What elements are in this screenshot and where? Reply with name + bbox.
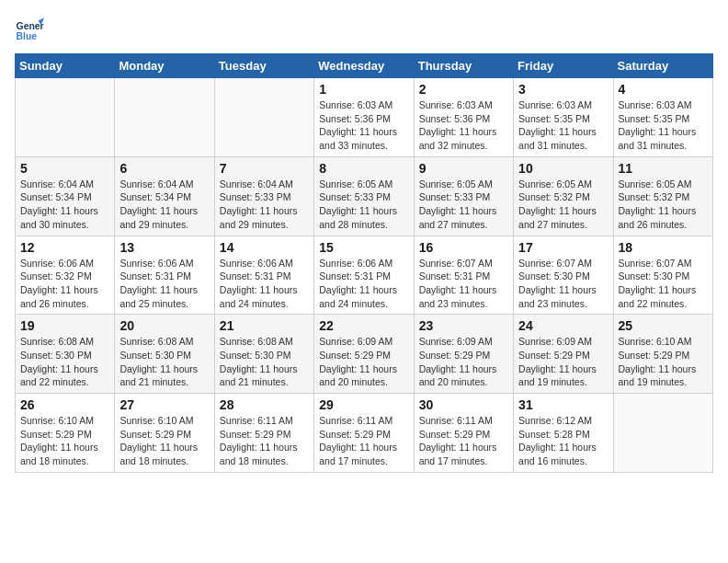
calendar-cell: 9Sunrise: 6:05 AM Sunset: 5:33 PM Daylig…	[414, 156, 513, 236]
day-number: 19	[20, 318, 109, 333]
calendar-cell	[16, 78, 115, 157]
logo-icon: General Blue	[15, 15, 44, 44]
day-info: Sunrise: 6:09 AM Sunset: 5:29 PM Dayligh…	[319, 335, 408, 389]
day-info: Sunrise: 6:04 AM Sunset: 5:34 PM Dayligh…	[20, 178, 109, 232]
day-number: 12	[20, 240, 109, 255]
day-number: 26	[20, 397, 109, 412]
svg-text:Blue: Blue	[17, 31, 38, 41]
calendar-cell: 17Sunrise: 6:07 AM Sunset: 5:30 PM Dayli…	[514, 236, 613, 315]
day-number: 20	[119, 318, 209, 333]
day-info: Sunrise: 6:07 AM Sunset: 5:31 PM Dayligh…	[419, 257, 508, 311]
calendar-cell: 1Sunrise: 6:03 AM Sunset: 5:36 PM Daylig…	[314, 78, 414, 157]
calendar-cell	[613, 394, 712, 473]
day-number: 16	[419, 240, 508, 255]
day-info: Sunrise: 6:06 AM Sunset: 5:31 PM Dayligh…	[119, 257, 209, 311]
day-number: 30	[419, 397, 508, 412]
day-info: Sunrise: 6:08 AM Sunset: 5:30 PM Dayligh…	[20, 335, 109, 389]
calendar-cell: 7Sunrise: 6:04 AM Sunset: 5:33 PM Daylig…	[214, 156, 313, 236]
day-number: 5	[20, 161, 109, 176]
day-number: 15	[319, 240, 408, 255]
calendar-cell: 14Sunrise: 6:06 AM Sunset: 5:31 PM Dayli…	[214, 236, 313, 315]
week-row-0: 1Sunrise: 6:03 AM Sunset: 5:36 PM Daylig…	[16, 78, 713, 157]
week-row-4: 26Sunrise: 6:10 AM Sunset: 5:29 PM Dayli…	[16, 394, 713, 473]
header-monday: Monday	[115, 54, 214, 78]
day-info: Sunrise: 6:04 AM Sunset: 5:34 PM Dayligh…	[119, 178, 209, 232]
day-number: 3	[518, 82, 608, 97]
calendar-cell: 25Sunrise: 6:10 AM Sunset: 5:29 PM Dayli…	[613, 315, 712, 394]
calendar-cell: 6Sunrise: 6:04 AM Sunset: 5:34 PM Daylig…	[115, 156, 214, 236]
day-info: Sunrise: 6:06 AM Sunset: 5:31 PM Dayligh…	[319, 257, 408, 311]
header-wednesday: Wednesday	[314, 54, 414, 78]
calendar-cell: 30Sunrise: 6:11 AM Sunset: 5:29 PM Dayli…	[414, 394, 513, 473]
day-info: Sunrise: 6:09 AM Sunset: 5:29 PM Dayligh…	[419, 335, 508, 389]
day-number: 6	[119, 161, 209, 176]
day-info: Sunrise: 6:05 AM Sunset: 5:32 PM Dayligh…	[619, 178, 708, 232]
calendar-cell: 3Sunrise: 6:03 AM Sunset: 5:35 PM Daylig…	[514, 78, 613, 157]
calendar-cell: 29Sunrise: 6:11 AM Sunset: 5:29 PM Dayli…	[314, 394, 414, 473]
header-saturday: Saturday	[613, 54, 712, 78]
day-number: 25	[619, 318, 708, 333]
calendar-cell: 12Sunrise: 6:06 AM Sunset: 5:32 PM Dayli…	[16, 236, 115, 315]
calendar-cell: 11Sunrise: 6:05 AM Sunset: 5:32 PM Dayli…	[613, 156, 712, 236]
day-info: Sunrise: 6:09 AM Sunset: 5:29 PM Dayligh…	[518, 335, 608, 389]
day-number: 13	[119, 240, 209, 255]
day-number: 27	[119, 397, 209, 412]
day-number: 29	[319, 397, 408, 412]
day-info: Sunrise: 6:10 AM Sunset: 5:29 PM Dayligh…	[119, 414, 209, 468]
header-row: SundayMondayTuesdayWednesdayThursdayFrid…	[16, 54, 713, 78]
day-info: Sunrise: 6:07 AM Sunset: 5:30 PM Dayligh…	[619, 257, 708, 311]
calendar-header: SundayMondayTuesdayWednesdayThursdayFrid…	[16, 54, 713, 78]
calendar-cell: 5Sunrise: 6:04 AM Sunset: 5:34 PM Daylig…	[16, 156, 115, 236]
day-info: Sunrise: 6:06 AM Sunset: 5:32 PM Dayligh…	[20, 257, 109, 311]
calendar-body: 1Sunrise: 6:03 AM Sunset: 5:36 PM Daylig…	[16, 78, 713, 473]
day-number: 10	[518, 161, 608, 176]
day-number: 22	[319, 318, 408, 333]
header-tuesday: Tuesday	[214, 54, 313, 78]
week-row-1: 5Sunrise: 6:04 AM Sunset: 5:34 PM Daylig…	[16, 156, 713, 236]
calendar-cell: 31Sunrise: 6:12 AM Sunset: 5:28 PM Dayli…	[514, 394, 613, 473]
day-info: Sunrise: 6:05 AM Sunset: 5:32 PM Dayligh…	[518, 178, 608, 232]
day-number: 24	[518, 318, 608, 333]
calendar-cell: 19Sunrise: 6:08 AM Sunset: 5:30 PM Dayli…	[16, 315, 115, 394]
header-thursday: Thursday	[414, 54, 513, 78]
logo: General Blue	[15, 15, 48, 44]
day-info: Sunrise: 6:03 AM Sunset: 5:36 PM Dayligh…	[319, 98, 408, 153]
day-info: Sunrise: 6:11 AM Sunset: 5:29 PM Dayligh…	[220, 414, 309, 468]
calendar-cell: 24Sunrise: 6:09 AM Sunset: 5:29 PM Dayli…	[514, 315, 613, 394]
day-info: Sunrise: 6:05 AM Sunset: 5:33 PM Dayligh…	[319, 178, 408, 232]
day-number: 9	[419, 161, 508, 176]
calendar-cell: 16Sunrise: 6:07 AM Sunset: 5:31 PM Dayli…	[414, 236, 513, 315]
day-info: Sunrise: 6:11 AM Sunset: 5:29 PM Dayligh…	[319, 414, 408, 468]
calendar-cell: 13Sunrise: 6:06 AM Sunset: 5:31 PM Dayli…	[115, 236, 214, 315]
day-info: Sunrise: 6:06 AM Sunset: 5:31 PM Dayligh…	[220, 257, 309, 311]
day-info: Sunrise: 6:12 AM Sunset: 5:28 PM Dayligh…	[518, 414, 608, 468]
day-number: 7	[220, 161, 309, 176]
calendar-cell: 23Sunrise: 6:09 AM Sunset: 5:29 PM Dayli…	[414, 315, 513, 394]
calendar-cell: 22Sunrise: 6:09 AM Sunset: 5:29 PM Dayli…	[314, 315, 414, 394]
day-number: 21	[220, 318, 309, 333]
day-number: 1	[319, 82, 408, 97]
day-number: 4	[619, 82, 708, 97]
day-info: Sunrise: 6:03 AM Sunset: 5:35 PM Dayligh…	[518, 98, 608, 153]
day-number: 11	[619, 161, 708, 176]
calendar-cell: 10Sunrise: 6:05 AM Sunset: 5:32 PM Dayli…	[514, 156, 613, 236]
calendar-table: SundayMondayTuesdayWednesdayThursdayFrid…	[15, 53, 713, 473]
day-info: Sunrise: 6:11 AM Sunset: 5:29 PM Dayligh…	[419, 414, 508, 468]
day-info: Sunrise: 6:05 AM Sunset: 5:33 PM Dayligh…	[419, 178, 508, 232]
calendar-cell: 4Sunrise: 6:03 AM Sunset: 5:35 PM Daylig…	[613, 78, 712, 157]
day-number: 31	[518, 397, 608, 412]
calendar-cell: 27Sunrise: 6:10 AM Sunset: 5:29 PM Dayli…	[115, 394, 214, 473]
day-info: Sunrise: 6:04 AM Sunset: 5:33 PM Dayligh…	[220, 178, 309, 232]
calendar-cell: 15Sunrise: 6:06 AM Sunset: 5:31 PM Dayli…	[314, 236, 414, 315]
day-number: 2	[419, 82, 508, 97]
day-number: 8	[319, 161, 408, 176]
calendar-cell: 8Sunrise: 6:05 AM Sunset: 5:33 PM Daylig…	[314, 156, 414, 236]
week-row-3: 19Sunrise: 6:08 AM Sunset: 5:30 PM Dayli…	[16, 315, 713, 394]
calendar-cell	[214, 78, 313, 157]
calendar-cell: 21Sunrise: 6:08 AM Sunset: 5:30 PM Dayli…	[214, 315, 313, 394]
day-number: 23	[419, 318, 508, 333]
day-info: Sunrise: 6:08 AM Sunset: 5:30 PM Dayligh…	[119, 335, 209, 389]
calendar-cell: 26Sunrise: 6:10 AM Sunset: 5:29 PM Dayli…	[16, 394, 115, 473]
calendar-cell: 18Sunrise: 6:07 AM Sunset: 5:30 PM Dayli…	[613, 236, 712, 315]
day-info: Sunrise: 6:10 AM Sunset: 5:29 PM Dayligh…	[20, 414, 109, 468]
